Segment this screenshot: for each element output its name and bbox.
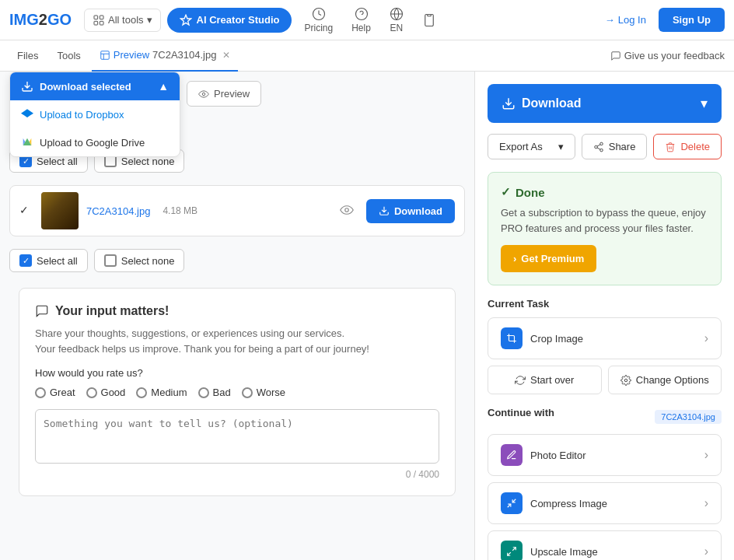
feedback-desc1: Share your thoughts, suggestions, or exp… bbox=[35, 327, 344, 339]
arrow-right-icon: › bbox=[513, 253, 516, 264]
main-layout: Download selected ▲ Upload to Dropbox Up… bbox=[0, 72, 734, 560]
compress-image-label: Compress Image bbox=[530, 498, 607, 509]
globe-icon bbox=[390, 7, 404, 21]
preview-button[interactable]: Preview bbox=[187, 81, 261, 107]
preview-btn-label: Preview bbox=[214, 88, 250, 100]
photo-editor-arrow: › bbox=[704, 448, 708, 462]
select-none-bottom-button[interactable]: Select none bbox=[94, 249, 185, 272]
rating-worse[interactable]: Worse bbox=[242, 387, 285, 398]
download-file-icon bbox=[379, 205, 390, 216]
radio-medium-icon bbox=[136, 387, 147, 398]
share-button[interactable]: Share bbox=[582, 134, 648, 159]
current-task-title: Current Task bbox=[488, 298, 722, 310]
upscale-svg-icon bbox=[506, 546, 517, 557]
help-link[interactable]: Help bbox=[345, 4, 377, 37]
delete-button[interactable]: Delete bbox=[653, 134, 722, 159]
pricing-link[interactable]: Pricing bbox=[298, 4, 339, 37]
lang-label: EN bbox=[390, 23, 404, 33]
download-header[interactable]: Download ▾ bbox=[488, 84, 722, 123]
pricing-label: Pricing bbox=[304, 23, 333, 33]
logo[interactable]: IMG2GO bbox=[9, 11, 72, 29]
select-none-bottom-checkbox bbox=[104, 254, 117, 267]
start-over-button[interactable]: Start over bbox=[488, 366, 602, 394]
file-download-button[interactable]: Download bbox=[366, 199, 455, 223]
login-button[interactable]: → Log In bbox=[599, 8, 652, 32]
file-thumb-image bbox=[41, 192, 79, 229]
signup-button[interactable]: Sign Up bbox=[659, 8, 725, 32]
ai-creator-button[interactable]: AI Creator Studio bbox=[167, 8, 292, 33]
svg-line-17 bbox=[512, 499, 516, 502]
svg-point-6 bbox=[355, 8, 367, 19]
get-premium-button[interactable]: › Get Premium bbox=[501, 245, 596, 272]
download-chevron-icon[interactable]: ▾ bbox=[701, 95, 708, 112]
select-none-bottom-label: Select none bbox=[121, 255, 175, 267]
gdrive-icon bbox=[21, 136, 33, 149]
feedback-title-text: Your input matters! bbox=[55, 304, 169, 318]
dropdown-menu: Download selected ▲ Upload to Dropbox Up… bbox=[9, 72, 180, 157]
export-as-button[interactable]: Export As ▾ bbox=[488, 134, 575, 159]
clipboard-icon-link[interactable] bbox=[416, 10, 442, 30]
left-panel: Download selected ▲ Upload to Dropbox Up… bbox=[0, 72, 474, 560]
upscale-arrow: › bbox=[704, 544, 708, 558]
continue-with-header: Continue with 7C2A3104.jpg bbox=[488, 407, 722, 426]
checkmark-icon: ✓ bbox=[501, 185, 511, 199]
tab-files[interactable]: Files bbox=[9, 40, 46, 72]
tools-tab-label: Tools bbox=[57, 50, 80, 61]
compress-image-item[interactable]: Compress Image › bbox=[488, 482, 722, 524]
share-label: Share bbox=[609, 141, 636, 152]
download-selected-label: Download selected bbox=[40, 81, 131, 93]
file-thumbnail bbox=[41, 192, 79, 229]
lang-link[interactable]: EN bbox=[383, 4, 410, 37]
action-row: Export As ▾ Share Delete bbox=[488, 134, 722, 159]
radio-worse-icon bbox=[242, 387, 253, 398]
select-all-bottom-button[interactable]: ✓ Select all bbox=[9, 249, 88, 272]
rating-bad[interactable]: Bad bbox=[198, 387, 231, 398]
select-all-bottom-label: Select all bbox=[37, 255, 78, 267]
feedback-desc2: Your feedback helps us improve. Thank yo… bbox=[35, 343, 369, 355]
tab-tools[interactable]: Tools bbox=[49, 40, 88, 72]
svg-rect-2 bbox=[94, 21, 98, 25]
tab-close-icon[interactable]: ✕ bbox=[222, 50, 230, 61]
change-options-button[interactable]: Change Options bbox=[608, 366, 722, 394]
upload-dropbox-label: Upload to Dropbox bbox=[40, 109, 124, 121]
feedback-icon bbox=[610, 51, 621, 61]
tabbar: Files Tools Preview 7C2A3104.jpg ✕ Give … bbox=[0, 40, 734, 72]
all-tools-button[interactable]: All tools ▾ bbox=[84, 9, 161, 32]
file-preview-button[interactable] bbox=[335, 198, 358, 224]
upscale-icon bbox=[501, 541, 523, 560]
settings-icon bbox=[620, 375, 631, 386]
photo-editor-item[interactable]: Photo Editor › bbox=[488, 434, 722, 476]
crop-image-task[interactable]: Crop Image › bbox=[488, 317, 722, 359]
svg-line-18 bbox=[512, 548, 516, 551]
rating-good[interactable]: Good bbox=[86, 387, 126, 398]
feedback-textarea[interactable] bbox=[35, 409, 439, 464]
rating-great[interactable]: Great bbox=[35, 387, 75, 398]
svg-point-15 bbox=[624, 379, 627, 382]
upload-dropbox-item[interactable]: Upload to Dropbox bbox=[10, 100, 180, 128]
share-icon bbox=[593, 142, 604, 152]
upscale-image-item[interactable]: Upscale Image › bbox=[488, 530, 722, 560]
login-label: Log In bbox=[618, 14, 646, 26]
feedback-button[interactable]: Give us your feedback bbox=[610, 50, 725, 61]
file-size: 4.18 MB bbox=[163, 205, 197, 216]
rating-medium[interactable]: Medium bbox=[136, 387, 187, 398]
crop-arrow-icon: › bbox=[704, 331, 708, 345]
sparkle-icon bbox=[180, 14, 192, 26]
pricing-icon bbox=[312, 7, 326, 21]
tab-preview[interactable]: Preview 7C2A3104.jpg ✕ bbox=[92, 40, 239, 72]
download-selected-button[interactable]: Download selected ▲ bbox=[10, 72, 180, 100]
upload-gdrive-item[interactable]: Upload to Google Drive bbox=[10, 128, 180, 156]
svg-rect-1 bbox=[100, 16, 103, 19]
crop-svg-icon bbox=[506, 333, 517, 344]
svg-point-11 bbox=[345, 208, 349, 212]
start-over-label: Start over bbox=[530, 374, 574, 386]
done-title-text: Done bbox=[516, 186, 545, 199]
select-all-bottom-checkbox: ✓ bbox=[19, 254, 32, 267]
file-checkbox[interactable]: ✓ bbox=[19, 204, 33, 218]
pen-icon bbox=[506, 450, 517, 460]
files-tab-label: Files bbox=[17, 50, 38, 61]
continue-filename-tag: 7C2A3104.jpg bbox=[655, 410, 722, 424]
svg-rect-3 bbox=[100, 21, 103, 25]
crop-image-label: Crop Image bbox=[530, 333, 583, 345]
ai-creator-label: AI Creator Studio bbox=[197, 14, 280, 26]
